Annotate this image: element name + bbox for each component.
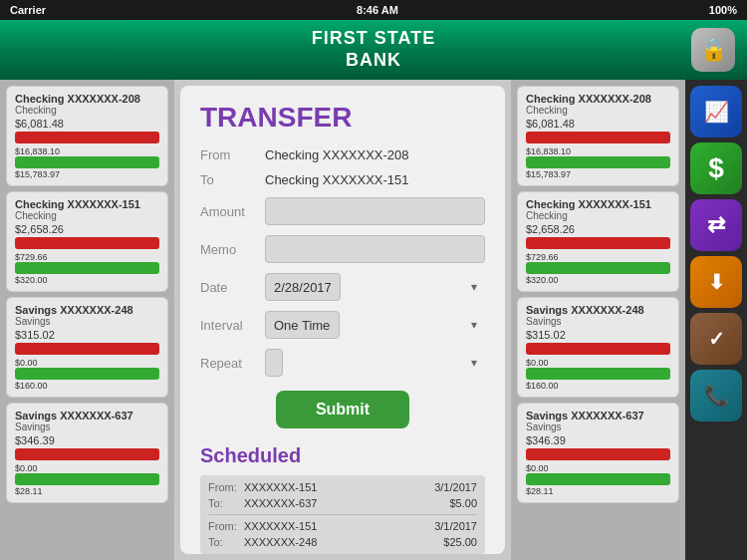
amount-input[interactable] xyxy=(265,197,485,225)
amount-label: Amount xyxy=(200,204,265,219)
red-bar xyxy=(15,132,159,143)
account-type: Savings xyxy=(15,316,159,327)
from-row: From Checking XXXXXXX-208 xyxy=(200,147,485,162)
red-bar xyxy=(526,343,670,355)
red-bar-label: $16,838.10 xyxy=(15,146,159,156)
account-balance: $346.39 xyxy=(15,434,159,446)
green-bar-row xyxy=(15,368,159,380)
repeat-wrapper xyxy=(265,349,485,377)
account-title: Checking XXXXXXX-208 xyxy=(526,93,670,105)
transfer-panel: TRANSFER From Checking XXXXXXX-208 To Ch… xyxy=(180,86,505,554)
account-type: Checking xyxy=(526,210,670,221)
account-card[interactable]: Checking XXXXXXX-208 Checking $6,081.48 … xyxy=(517,86,679,186)
trending-up-icon[interactable]: 📈 xyxy=(690,86,742,138)
lock-icon[interactable]: 🔒 xyxy=(691,28,735,72)
check-icon[interactable]: ✓ xyxy=(690,313,742,365)
repeat-row: Repeat xyxy=(200,349,485,377)
account-title: Savings XXXXXXX-637 xyxy=(526,410,670,421)
status-bar: Carrier 8:46 AM 100% xyxy=(0,0,747,20)
red-bar xyxy=(15,343,159,355)
header: FIRST STATE BANK 🔒 xyxy=(0,20,747,80)
account-type: Savings xyxy=(526,421,670,432)
main-content: Checking XXXXXXX-208 Checking $6,081.48 … xyxy=(0,80,747,560)
right-accounts-panel: Checking XXXXXXX-208 Checking $6,081.48 … xyxy=(511,80,685,560)
transfer-icon[interactable]: ⇄ xyxy=(690,199,742,251)
account-balance: $2,658.26 xyxy=(526,223,670,235)
battery-label: 100% xyxy=(709,4,737,16)
scheduled-from-row: From:XXXXXXX-1513/1/2017 xyxy=(208,479,477,495)
green-bar-label: $15,783.97 xyxy=(526,169,670,179)
green-bar-row xyxy=(526,156,670,168)
green-bar-label: $160.00 xyxy=(15,381,159,391)
red-bar-label: $0.00 xyxy=(526,358,670,368)
scheduled-to-row: To:XXXXXXX-637$5.00 xyxy=(208,495,477,511)
download-icon[interactable]: ⬇ xyxy=(690,256,742,308)
green-bar-label: $28.11 xyxy=(15,486,159,496)
to-value: Checking XXXXXXX-151 xyxy=(265,172,409,187)
account-card[interactable]: Checking XXXXXXX-208 Checking $6,081.48 … xyxy=(6,86,168,186)
account-balance: $315.02 xyxy=(526,329,670,341)
account-title: Savings XXXXXXX-248 xyxy=(15,304,159,316)
amount-row: Amount xyxy=(200,197,485,225)
account-card[interactable]: Checking XXXXXXX-151 Checking $2,658.26 … xyxy=(517,191,679,292)
green-bar-label: $320.00 xyxy=(526,275,670,285)
green-bar-row xyxy=(15,156,159,168)
red-bar-label: $729.66 xyxy=(15,252,159,262)
bank-logo: FIRST STATE BANK xyxy=(312,28,435,71)
green-bar xyxy=(15,368,159,380)
red-bar xyxy=(526,132,670,143)
red-bar-row xyxy=(15,237,159,251)
account-balance: $6,081.48 xyxy=(15,118,159,130)
date-select[interactable]: 2/28/2017 xyxy=(265,273,341,301)
carrier-label: Carrier xyxy=(10,4,46,16)
interval-select[interactable]: One Time Weekly Monthly xyxy=(265,311,340,339)
red-bar-row xyxy=(15,448,159,462)
repeat-select[interactable] xyxy=(265,349,283,377)
green-bar-label: $320.00 xyxy=(15,275,159,285)
red-bar-row xyxy=(526,343,670,357)
scheduled-from-row: From:XXXXXXX-1513/1/2017 xyxy=(208,518,477,534)
green-bar xyxy=(526,473,670,485)
green-bar xyxy=(15,156,159,168)
account-card[interactable]: Savings XXXXXXX-637 Savings $346.39 $0.0… xyxy=(517,403,679,503)
interval-label: Interval xyxy=(200,318,265,333)
account-card[interactable]: Checking XXXXXXX-151 Checking $2,658.26 … xyxy=(6,191,168,292)
memo-input[interactable] xyxy=(265,235,485,263)
red-bar-row xyxy=(15,132,159,145)
account-type: Checking xyxy=(526,105,670,116)
account-card[interactable]: Savings XXXXXXX-248 Savings $315.02 $0.0… xyxy=(6,297,168,398)
green-bar xyxy=(526,262,670,274)
interval-row: Interval One Time Weekly Monthly xyxy=(200,311,485,339)
red-bar xyxy=(526,237,670,249)
date-label: Date xyxy=(200,280,265,295)
scheduled-table: From:XXXXXXX-1513/1/2017To:XXXXXXX-637$5… xyxy=(200,475,485,554)
contact-icon[interactable]: 📞 xyxy=(690,370,742,421)
left-accounts-panel: Checking XXXXXXX-208 Checking $6,081.48 … xyxy=(0,80,174,560)
from-label: From xyxy=(200,147,265,162)
account-type: Savings xyxy=(526,316,670,327)
green-bar-row xyxy=(526,368,670,380)
account-title: Savings XXXXXXX-637 xyxy=(15,410,159,421)
green-bar xyxy=(15,473,159,485)
red-bar-row xyxy=(526,237,670,251)
green-bar xyxy=(526,156,670,168)
account-card[interactable]: Savings XXXXXXX-637 Savings $346.39 $0.0… xyxy=(6,403,168,503)
red-bar-label: $729.66 xyxy=(526,252,670,262)
repeat-label: Repeat xyxy=(200,356,265,371)
account-card[interactable]: Savings XXXXXXX-248 Savings $315.02 $0.0… xyxy=(517,297,679,398)
interval-wrapper: One Time Weekly Monthly xyxy=(265,311,485,339)
account-title: Checking XXXXXXX-208 xyxy=(15,93,159,105)
green-bar xyxy=(15,262,159,274)
submit-button[interactable]: Submit xyxy=(276,391,409,428)
red-bar-label: $16,838.10 xyxy=(526,146,670,156)
memo-label: Memo xyxy=(200,242,265,257)
icons-panel: 📈$⇄⬇✓📞 xyxy=(685,80,747,560)
account-balance: $6,081.48 xyxy=(526,118,670,130)
green-bar-row xyxy=(526,473,670,485)
account-balance: $346.39 xyxy=(526,434,670,446)
dollar-icon[interactable]: $ xyxy=(690,142,742,194)
scheduled-to-row: To:XXXXXXX-248$25.00 xyxy=(208,534,477,550)
date-wrapper: 2/28/2017 xyxy=(265,273,485,301)
green-bar-row xyxy=(15,473,159,485)
red-bar-row xyxy=(526,132,670,145)
